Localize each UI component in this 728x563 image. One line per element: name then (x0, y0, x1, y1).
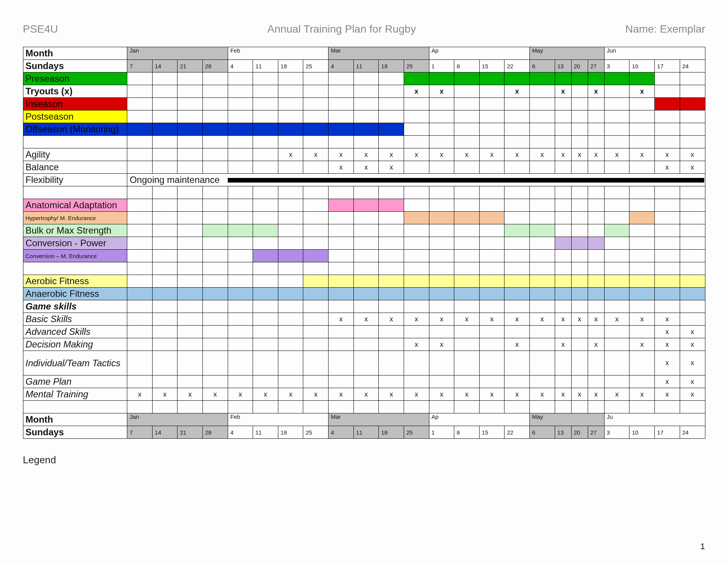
cell (604, 375, 629, 388)
week-cell: 13 (555, 60, 571, 72)
mark-cell: x (604, 313, 629, 326)
mark-cell: x (530, 313, 555, 326)
cell (127, 199, 153, 212)
week-cell: 15 (479, 60, 505, 72)
cell (152, 85, 177, 98)
cell (454, 123, 480, 136)
cell (303, 72, 329, 85)
cell (329, 110, 354, 123)
week-cell: 14 (152, 60, 177, 72)
row-label: Postseason (23, 110, 127, 123)
mark-cell: x (152, 388, 177, 401)
cell (530, 326, 555, 338)
cell (629, 288, 655, 300)
cell (228, 161, 253, 174)
cell (655, 72, 680, 85)
cell (228, 326, 253, 338)
cell (278, 212, 303, 224)
cell (228, 313, 253, 326)
cell (253, 161, 278, 174)
row-label: Offseason (Monitoring) (23, 123, 127, 136)
cell (604, 161, 629, 174)
cell (177, 72, 203, 85)
cell (278, 288, 303, 300)
week-cell: 18 (278, 60, 303, 72)
cell (454, 338, 480, 351)
cell (588, 224, 604, 237)
cell (655, 212, 680, 224)
week-cell: 3 (604, 426, 629, 439)
cell (555, 351, 571, 375)
cell (177, 288, 203, 300)
cell (278, 351, 303, 375)
cell (329, 326, 354, 338)
week-cell: 18 (379, 60, 404, 72)
cell (404, 110, 429, 123)
mark-cell: x (203, 388, 228, 401)
row-label: Balance (23, 161, 127, 174)
cell (571, 123, 588, 136)
cell (203, 288, 228, 300)
cell (177, 161, 203, 174)
cell (253, 110, 278, 123)
cell (429, 288, 454, 300)
cell (177, 224, 203, 237)
cell (152, 224, 177, 237)
cell (152, 161, 177, 174)
mark-cell: x (353, 313, 379, 326)
week-cell: 11 (353, 426, 379, 439)
cell (152, 110, 177, 123)
cell (655, 224, 680, 237)
cell (329, 375, 354, 388)
month-cell: Jun (604, 47, 705, 60)
cell (530, 72, 555, 85)
cell (479, 275, 505, 288)
cell (404, 300, 429, 313)
cell (303, 85, 329, 98)
mark-cell: x (588, 148, 604, 161)
mark-cell: x (571, 148, 588, 161)
cell (571, 212, 588, 224)
row-label: Agility (23, 148, 127, 161)
cell (655, 237, 680, 250)
cell (228, 72, 253, 85)
cell (303, 98, 329, 110)
cell (177, 338, 203, 351)
cell (454, 72, 480, 85)
header-left: PSE4U (23, 23, 58, 35)
cell (278, 98, 303, 110)
sundays-row-label: Sundays (23, 60, 127, 72)
cell (152, 250, 177, 262)
week-cell: 15 (479, 426, 505, 439)
cell (152, 338, 177, 351)
cell (604, 338, 629, 351)
cell (479, 250, 505, 262)
cell (479, 338, 505, 351)
cell (588, 72, 604, 85)
cell (604, 237, 629, 250)
month-cell: Mar (329, 413, 429, 426)
cell (278, 313, 303, 326)
cell (303, 110, 329, 123)
cell (429, 72, 454, 85)
cell (680, 199, 705, 212)
cell (629, 351, 655, 375)
cell (479, 123, 505, 136)
cell (655, 300, 680, 313)
cell (479, 300, 505, 313)
cell (203, 313, 228, 326)
cell (555, 237, 571, 250)
cell (127, 326, 153, 338)
mark-cell: x (429, 313, 454, 326)
cell (505, 212, 530, 224)
header-center: Annual Training Plan for Rugby (267, 23, 416, 35)
cell (530, 224, 555, 237)
cell (588, 237, 604, 250)
cell (604, 326, 629, 338)
cell (278, 110, 303, 123)
cell (379, 123, 404, 136)
month-cell: May (530, 47, 605, 60)
cell (253, 98, 278, 110)
row-label: Bulk or Max Strength (23, 224, 127, 237)
week-cell: 4 (329, 60, 354, 72)
